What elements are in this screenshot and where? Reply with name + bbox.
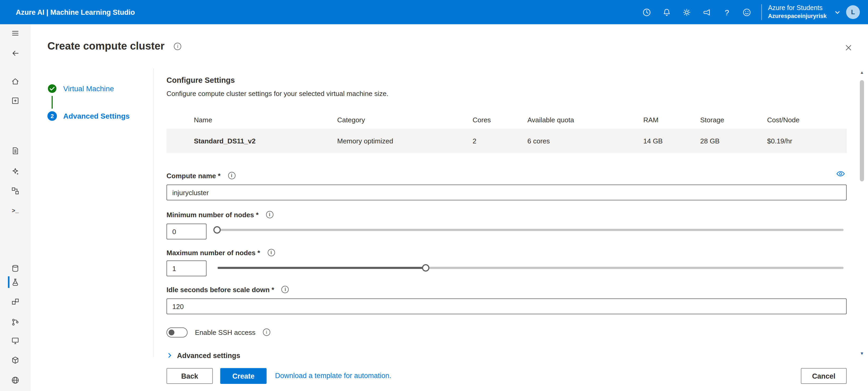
step-connector — [52, 96, 53, 109]
cancel-button[interactable]: Cancel — [801, 368, 847, 384]
step-label[interactable]: Virtual Machine — [63, 84, 114, 93]
column-header: Available quota — [527, 116, 643, 124]
vm-cores-cell: 2 — [473, 137, 527, 145]
info-icon[interactable] — [266, 211, 273, 218]
step-number-badge: 2 — [48, 111, 57, 121]
column-header: Cost/Node — [767, 116, 847, 124]
vertical-scrollbar[interactable] — [858, 68, 866, 357]
info-icon[interactable] — [282, 286, 289, 293]
pipelines-icon — [10, 317, 20, 327]
info-icon[interactable] — [174, 43, 182, 50]
min-nodes-slider[interactable] — [218, 226, 843, 234]
help-icon[interactable] — [717, 0, 737, 24]
data-icon — [10, 264, 20, 273]
max-nodes-input[interactable] — [166, 260, 207, 276]
info-icon[interactable] — [263, 329, 270, 336]
home-icon — [10, 77, 20, 86]
min-nodes-input[interactable] — [166, 224, 207, 240]
sidebar-item-data[interactable] — [0, 260, 31, 276]
settings-icon[interactable] — [677, 0, 697, 24]
column-header: RAM — [643, 116, 700, 124]
section-heading: Configure Settings — [166, 76, 235, 84]
sidebar-item-automated-ml[interactable] — [0, 164, 31, 179]
menu-icon — [10, 28, 20, 38]
info-icon[interactable] — [228, 172, 235, 179]
notebooks-icon — [10, 146, 20, 156]
scroll-up-arrow-icon[interactable] — [858, 68, 866, 76]
vm-category-cell: Memory optimized — [337, 137, 473, 145]
models-icon — [10, 355, 20, 365]
eye-icon[interactable] — [836, 169, 846, 179]
sidebar-item-environments[interactable] — [0, 333, 31, 348]
notifications-icon[interactable] — [657, 0, 677, 24]
sidebar-back-button[interactable] — [0, 45, 31, 61]
endpoints-icon — [10, 375, 20, 385]
vm-table-header: Name Category Cores Available quota RAM … — [166, 114, 847, 125]
step-advanced-settings[interactable]: 2 Advanced Settings — [48, 111, 130, 121]
model-catalog-icon — [10, 96, 20, 106]
automated-ml-icon — [10, 167, 20, 176]
designer-icon — [10, 186, 20, 196]
slider-track[interactable] — [218, 229, 843, 231]
advanced-settings-expander[interactable]: Advanced settings — [166, 350, 240, 361]
smiley-icon[interactable] — [737, 0, 757, 24]
max-nodes-slider[interactable] — [218, 264, 843, 272]
download-template-link[interactable]: Download a template for automation. — [275, 368, 391, 384]
sidebar-item-pipelines[interactable] — [0, 314, 31, 330]
vm-cost-cell: $0.19/hr — [767, 137, 847, 145]
vm-storage-cell: 28 GB — [700, 137, 767, 145]
app-title: Azure AI | Machine Learning Studio — [16, 8, 135, 16]
close-icon[interactable] — [843, 42, 854, 53]
vm-table-row[interactable]: Standard_DS11_v2 Memory optimized 2 6 co… — [166, 129, 847, 153]
clock-icon[interactable] — [637, 0, 657, 24]
components-icon — [10, 297, 20, 306]
slider-handle[interactable] — [213, 226, 221, 233]
compute-name-label-row: Compute name * — [166, 171, 235, 180]
step-complete-check-icon — [48, 84, 57, 93]
avatar[interactable]: L — [846, 5, 860, 19]
steps-content-divider — [153, 68, 154, 357]
sidebar-item-models[interactable] — [0, 352, 31, 368]
step-label[interactable]: Advanced Settings — [63, 112, 130, 120]
slider-handle[interactable] — [422, 264, 429, 272]
dialog-title: Create compute cluster — [48, 40, 165, 52]
vm-quota-cell: 6 cores — [527, 137, 643, 145]
configure-settings-form: Configure Settings Configure compute clu… — [166, 68, 847, 364]
step-virtual-machine[interactable]: Virtual Machine — [48, 83, 114, 94]
scroll-down-arrow-icon[interactable] — [858, 350, 866, 357]
sidebar-item-prompt-flow[interactable] — [0, 203, 31, 219]
sidebar-item-endpoints[interactable] — [0, 372, 31, 388]
prompt-icon — [12, 208, 19, 214]
max-nodes-label-row: Maximum number of nodes * — [166, 248, 275, 257]
idle-seconds-input[interactable] — [166, 299, 847, 314]
dialog-footer: Back Create Download a template for auto… — [31, 362, 868, 391]
ssh-toggle[interactable] — [166, 327, 188, 337]
back-button[interactable]: Back — [166, 368, 213, 384]
back-arrow-icon — [10, 49, 20, 58]
environments-icon — [10, 336, 20, 345]
app-root: Azure AI | Machine Learning Studio Azure… — [0, 0, 868, 391]
compute-name-input[interactable] — [166, 185, 847, 200]
create-compute-cluster-dialog: Create compute cluster Virtual Machine 2… — [31, 24, 868, 391]
feedback-icon[interactable] — [697, 0, 717, 24]
scrollbar-thumb[interactable] — [860, 80, 864, 181]
sidebar-item-jobs[interactable] — [0, 274, 31, 290]
sidebar-item-model-catalog[interactable] — [0, 93, 31, 109]
sidebar-item-notebooks[interactable] — [0, 143, 31, 159]
chevron-right-icon — [166, 352, 173, 359]
tenant-name: Azure for Students — [768, 4, 827, 13]
chevron-down-icon[interactable] — [834, 9, 841, 16]
info-icon[interactable] — [268, 249, 275, 256]
sidebar-menu-toggle[interactable] — [0, 25, 31, 41]
tenant-switcher[interactable]: Azure for Students Azurespaceinjuryrisk — [768, 4, 827, 20]
topbar-divider — [761, 4, 762, 20]
sidebar-item-designer[interactable] — [0, 183, 31, 199]
sidebar-item-home[interactable] — [0, 73, 31, 89]
column-header: Name — [166, 116, 337, 124]
ssh-toggle-label: Enable SSH access — [195, 328, 255, 336]
max-nodes-label: Maximum number of nodes * — [166, 249, 260, 256]
sidebar-item-components[interactable] — [0, 294, 31, 310]
create-button[interactable]: Create — [220, 368, 267, 384]
column-header: Cores — [473, 116, 527, 124]
ssh-toggle-row: Enable SSH access — [166, 327, 270, 337]
